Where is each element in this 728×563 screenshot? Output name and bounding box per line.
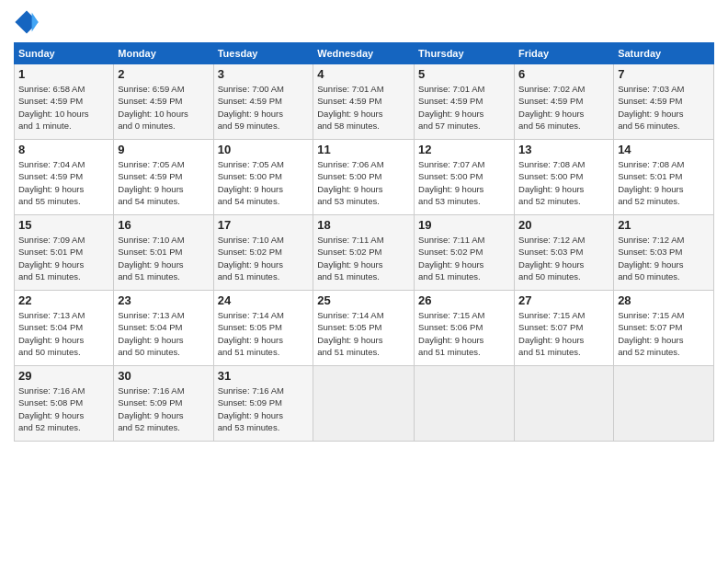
day-info: Sunrise: 7:16 AM Sunset: 5:08 PM Dayligh… bbox=[18, 385, 109, 433]
logo-icon bbox=[14, 9, 40, 35]
calendar-cell: 12Sunrise: 7:07 AM Sunset: 5:00 PM Dayli… bbox=[415, 140, 515, 215]
day-info: Sunrise: 7:14 AM Sunset: 5:05 PM Dayligh… bbox=[218, 309, 310, 358]
calendar-cell bbox=[515, 366, 614, 442]
calendar-cell: 27Sunrise: 7:15 AM Sunset: 5:07 PM Dayli… bbox=[515, 291, 614, 366]
weekday-header-sunday: Sunday bbox=[15, 43, 114, 64]
weekday-header-friday: Friday bbox=[515, 43, 614, 64]
day-info: Sunrise: 7:10 AM Sunset: 5:01 PM Dayligh… bbox=[118, 234, 209, 282]
day-info: Sunrise: 7:10 AM Sunset: 5:02 PM Dayligh… bbox=[218, 234, 310, 282]
day-number: 4 bbox=[317, 67, 410, 81]
calendar-cell: 21Sunrise: 7:12 AM Sunset: 5:03 PM Dayli… bbox=[614, 215, 714, 291]
day-number: 16 bbox=[118, 218, 209, 232]
day-info: Sunrise: 7:15 AM Sunset: 5:06 PM Dayligh… bbox=[418, 309, 510, 358]
day-number: 17 bbox=[218, 218, 310, 232]
day-info: Sunrise: 7:15 AM Sunset: 5:07 PM Dayligh… bbox=[618, 309, 710, 358]
calendar-cell: 17Sunrise: 7:10 AM Sunset: 5:02 PM Dayli… bbox=[213, 215, 313, 291]
calendar-table: SundayMondayTuesdayWednesdayThursdayFrid… bbox=[14, 42, 714, 442]
svg-marker-1 bbox=[32, 13, 39, 32]
weekday-header-row: SundayMondayTuesdayWednesdayThursdayFrid… bbox=[15, 43, 714, 64]
calendar-cell: 7Sunrise: 7:03 AM Sunset: 4:59 PM Daylig… bbox=[614, 64, 714, 140]
calendar-cell: 8Sunrise: 7:04 AM Sunset: 4:59 PM Daylig… bbox=[15, 140, 114, 215]
calendar-body: 1Sunrise: 6:58 AM Sunset: 4:59 PM Daylig… bbox=[15, 64, 714, 442]
day-number: 22 bbox=[18, 293, 109, 307]
day-info: Sunrise: 7:04 AM Sunset: 4:59 PM Dayligh… bbox=[18, 158, 109, 207]
day-number: 27 bbox=[518, 293, 609, 307]
day-info: Sunrise: 7:05 AM Sunset: 5:00 PM Dayligh… bbox=[218, 158, 310, 207]
day-number: 12 bbox=[418, 143, 510, 156]
day-info: Sunrise: 7:00 AM Sunset: 4:59 PM Dayligh… bbox=[218, 83, 310, 132]
day-number: 11 bbox=[317, 143, 410, 156]
calendar-cell: 15Sunrise: 7:09 AM Sunset: 5:01 PM Dayli… bbox=[15, 215, 114, 291]
day-number: 31 bbox=[218, 369, 310, 383]
calendar-week-row: 8Sunrise: 7:04 AM Sunset: 4:59 PM Daylig… bbox=[15, 140, 714, 215]
day-number: 15 bbox=[18, 218, 109, 232]
day-number: 8 bbox=[18, 143, 109, 156]
calendar-cell: 1Sunrise: 6:58 AM Sunset: 4:59 PM Daylig… bbox=[15, 64, 114, 140]
day-number: 5 bbox=[418, 67, 510, 81]
day-info: Sunrise: 6:58 AM Sunset: 4:59 PM Dayligh… bbox=[18, 83, 109, 132]
day-info: Sunrise: 7:16 AM Sunset: 5:09 PM Dayligh… bbox=[218, 385, 310, 433]
logo bbox=[14, 9, 42, 35]
calendar-week-row: 1Sunrise: 6:58 AM Sunset: 4:59 PM Daylig… bbox=[15, 64, 714, 140]
calendar-cell: 18Sunrise: 7:11 AM Sunset: 5:02 PM Dayli… bbox=[313, 215, 415, 291]
day-info: Sunrise: 7:08 AM Sunset: 5:00 PM Dayligh… bbox=[518, 158, 609, 207]
day-info: Sunrise: 7:01 AM Sunset: 4:59 PM Dayligh… bbox=[418, 83, 510, 132]
day-info: Sunrise: 7:15 AM Sunset: 5:07 PM Dayligh… bbox=[518, 309, 609, 358]
calendar-cell: 28Sunrise: 7:15 AM Sunset: 5:07 PM Dayli… bbox=[614, 291, 714, 366]
calendar-cell: 4Sunrise: 7:01 AM Sunset: 4:59 PM Daylig… bbox=[313, 64, 415, 140]
day-number: 19 bbox=[418, 218, 510, 232]
calendar-cell: 3Sunrise: 7:00 AM Sunset: 4:59 PM Daylig… bbox=[213, 64, 313, 140]
day-number: 14 bbox=[618, 143, 710, 156]
day-number: 18 bbox=[317, 218, 410, 232]
day-number: 28 bbox=[618, 293, 710, 307]
day-info: Sunrise: 7:03 AM Sunset: 4:59 PM Dayligh… bbox=[618, 83, 710, 132]
day-number: 24 bbox=[218, 293, 310, 307]
day-info: Sunrise: 7:07 AM Sunset: 5:00 PM Dayligh… bbox=[418, 158, 510, 207]
calendar-cell: 26Sunrise: 7:15 AM Sunset: 5:06 PM Dayli… bbox=[415, 291, 515, 366]
calendar-cell: 16Sunrise: 7:10 AM Sunset: 5:01 PM Dayli… bbox=[114, 215, 213, 291]
day-info: Sunrise: 7:01 AM Sunset: 4:59 PM Dayligh… bbox=[317, 83, 410, 132]
day-number: 20 bbox=[518, 218, 609, 232]
calendar-cell: 2Sunrise: 6:59 AM Sunset: 4:59 PM Daylig… bbox=[114, 64, 213, 140]
day-number: 10 bbox=[218, 143, 310, 156]
calendar-week-row: 29Sunrise: 7:16 AM Sunset: 5:08 PM Dayli… bbox=[15, 366, 714, 442]
day-info: Sunrise: 7:13 AM Sunset: 5:04 PM Dayligh… bbox=[18, 309, 109, 358]
calendar-cell bbox=[614, 366, 714, 442]
calendar-cell bbox=[313, 366, 415, 442]
calendar-cell: 9Sunrise: 7:05 AM Sunset: 4:59 PM Daylig… bbox=[114, 140, 213, 215]
calendar-cell: 24Sunrise: 7:14 AM Sunset: 5:05 PM Dayli… bbox=[213, 291, 313, 366]
calendar-week-row: 22Sunrise: 7:13 AM Sunset: 5:04 PM Dayli… bbox=[15, 291, 714, 366]
weekday-header-wednesday: Wednesday bbox=[313, 43, 415, 64]
weekday-header-tuesday: Tuesday bbox=[213, 43, 313, 64]
day-info: Sunrise: 7:11 AM Sunset: 5:02 PM Dayligh… bbox=[418, 234, 510, 282]
weekday-header-saturday: Saturday bbox=[614, 43, 714, 64]
day-number: 23 bbox=[118, 293, 209, 307]
day-info: Sunrise: 7:14 AM Sunset: 5:05 PM Dayligh… bbox=[317, 309, 410, 358]
day-info: Sunrise: 6:59 AM Sunset: 4:59 PM Dayligh… bbox=[118, 83, 209, 132]
day-number: 9 bbox=[118, 143, 209, 156]
calendar-cell: 13Sunrise: 7:08 AM Sunset: 5:00 PM Dayli… bbox=[515, 140, 614, 215]
calendar-cell: 30Sunrise: 7:16 AM Sunset: 5:09 PM Dayli… bbox=[114, 366, 213, 442]
day-number: 1 bbox=[18, 67, 109, 81]
calendar-cell: 11Sunrise: 7:06 AM Sunset: 5:00 PM Dayli… bbox=[313, 140, 415, 215]
day-number: 7 bbox=[618, 67, 710, 81]
calendar-cell: 29Sunrise: 7:16 AM Sunset: 5:08 PM Dayli… bbox=[15, 366, 114, 442]
weekday-header-monday: Monday bbox=[114, 43, 213, 64]
page-header bbox=[14, 9, 714, 35]
calendar-cell: 5Sunrise: 7:01 AM Sunset: 4:59 PM Daylig… bbox=[415, 64, 515, 140]
day-info: Sunrise: 7:12 AM Sunset: 5:03 PM Dayligh… bbox=[618, 234, 710, 282]
page-container: SundayMondayTuesdayWednesdayThursdayFrid… bbox=[0, 0, 728, 451]
day-info: Sunrise: 7:02 AM Sunset: 4:59 PM Dayligh… bbox=[518, 83, 609, 132]
calendar-cell: 25Sunrise: 7:14 AM Sunset: 5:05 PM Dayli… bbox=[313, 291, 415, 366]
day-number: 2 bbox=[118, 67, 209, 81]
calendar-cell: 22Sunrise: 7:13 AM Sunset: 5:04 PM Dayli… bbox=[15, 291, 114, 366]
day-number: 30 bbox=[118, 369, 209, 383]
day-number: 26 bbox=[418, 293, 510, 307]
day-info: Sunrise: 7:13 AM Sunset: 5:04 PM Dayligh… bbox=[118, 309, 209, 358]
day-number: 25 bbox=[317, 293, 410, 307]
calendar-cell bbox=[415, 366, 515, 442]
day-info: Sunrise: 7:11 AM Sunset: 5:02 PM Dayligh… bbox=[317, 234, 410, 282]
calendar-cell: 31Sunrise: 7:16 AM Sunset: 5:09 PM Dayli… bbox=[213, 366, 313, 442]
day-info: Sunrise: 7:06 AM Sunset: 5:00 PM Dayligh… bbox=[317, 158, 410, 207]
day-info: Sunrise: 7:09 AM Sunset: 5:01 PM Dayligh… bbox=[18, 234, 109, 282]
